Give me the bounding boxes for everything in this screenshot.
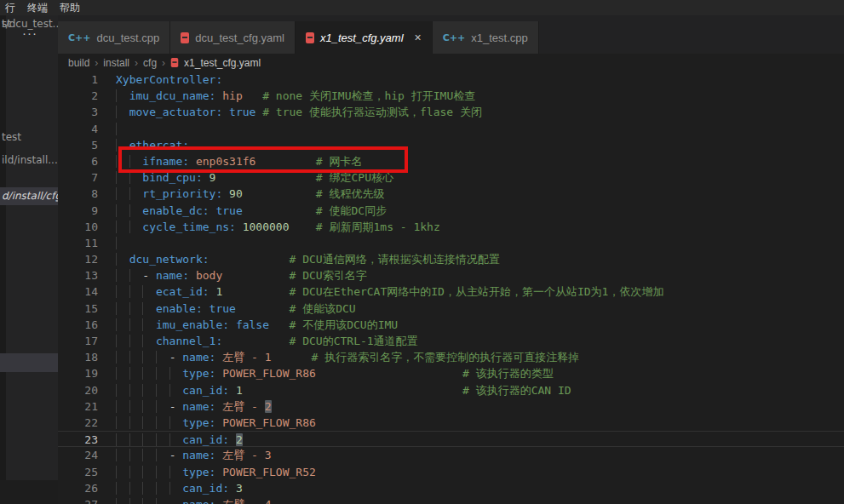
code-token: # 执行器索引名字，不需要控制的执行器可直接注释掉 <box>312 351 580 364</box>
editor-line[interactable]: 21 - name: 左臂 - 2 <box>58 398 844 415</box>
sidebar-item[interactable]: ild/install... <box>0 152 58 169</box>
code-editor[interactable]: 1XyberController:2 imu_dcu_name: hip # n… <box>58 72 844 504</box>
editor-line[interactable]: 8 rt_priority: 90 # 线程优先级 <box>58 186 844 202</box>
line-number[interactable]: 21 <box>58 398 98 415</box>
line-number[interactable]: 19 <box>58 365 98 381</box>
line-code[interactable]: - name: 左臂 - 3 <box>98 447 272 463</box>
editor-line[interactable]: 11 <box>58 235 844 251</box>
menu-item[interactable]: 终端 <box>24 1 56 15</box>
line-number[interactable]: 23 <box>58 432 98 446</box>
line-code[interactable]: move_actuator: true # true 使能执行器运动测试，fla… <box>98 104 482 120</box>
line-number[interactable]: 1 <box>58 72 98 88</box>
line-number[interactable]: 13 <box>58 267 98 284</box>
breadcrumb-segment[interactable]: build <box>68 57 89 69</box>
line-code[interactable]: ecat_id: 1 # DCU在EtherCAT网络中的ID，从主站开始，第一… <box>98 284 663 300</box>
line-number[interactable]: 20 <box>58 382 98 398</box>
editor-line[interactable]: 24 - name: 左臂 - 3 <box>58 447 844 463</box>
line-code[interactable]: enable: true # 使能该DCU <box>98 301 356 317</box>
close-icon[interactable]: × <box>415 31 422 44</box>
line-code[interactable] <box>98 235 129 251</box>
editor-line[interactable]: 26 can_id: 3 <box>58 480 844 496</box>
line-number[interactable]: 11 <box>58 235 98 251</box>
line-number[interactable]: 24 <box>58 447 98 463</box>
editor-line[interactable]: 18 - name: 左臂 - 1 # 执行器索引名字，不需要控制的执行器可直接… <box>58 349 844 365</box>
line-code[interactable]: cycle_time_ns: 1000000 # 刷新周期1ms - 1khz <box>98 219 440 235</box>
line-code[interactable]: imu_dcu_name: hip # none 关闭IMU检查，hip 打开I… <box>98 88 475 104</box>
line-code[interactable]: can_id: 1 # 该执行器的CAN ID <box>98 382 571 398</box>
editor-line[interactable]: 16 imu_enable: false # 不使用该DCU的IMU <box>58 317 844 333</box>
line-code[interactable]: ifname: enp0s31f6 # 网卡名 <box>98 153 363 169</box>
editor-line[interactable]: 7 bind_cpu: 9 # 绑定CPU核心 <box>58 169 844 186</box>
tab-x1_test.cpp[interactable]: C++x1_test.cpp <box>433 21 539 54</box>
sidebar-item[interactable]: d/install/cfg <box>0 187 58 205</box>
line-number[interactable]: 25 <box>58 464 98 480</box>
line-code[interactable]: - name: 左臂 - 1 # 执行器索引名字，不需要控制的执行器可直接注释掉 <box>98 349 579 365</box>
editor-line[interactable]: 20 can_id: 1 # 该执行器的CAN ID <box>58 382 844 398</box>
editor-line[interactable]: 27 - name: 左臂 - 4 <box>58 496 844 504</box>
breadcrumb-file[interactable]: x1_test_cfg.yaml <box>184 57 261 69</box>
line-number[interactable]: 3 <box>58 104 98 120</box>
line-code[interactable]: enable_dc: true # 使能DC同步 <box>98 203 387 219</box>
sidebar-highlighted-row[interactable] <box>0 353 58 372</box>
editor-line[interactable]: 1XyberController: <box>58 72 844 88</box>
line-code[interactable]: - name: body # DCU索引名字 <box>98 267 367 284</box>
line-code[interactable] <box>98 121 129 137</box>
editor-line[interactable]: 12 dcu_network: # DCU通信网络，请根据实机连接情况配置 <box>58 251 844 267</box>
line-code[interactable]: type: POWER_FLOW_R86 <box>98 415 316 431</box>
line-code[interactable]: bind_cpu: 9 # 绑定CPU核心 <box>98 169 393 186</box>
editor-line[interactable]: 19 type: POWER_FLOW_R86 # 该执行器的类型 <box>58 365 844 381</box>
line-number[interactable]: 14 <box>58 284 98 300</box>
editor-line[interactable]: 23 can_id: 2 <box>58 431 844 447</box>
breadcrumb-segment[interactable]: install <box>103 57 129 69</box>
line-number[interactable]: 4 <box>58 121 98 137</box>
line-code[interactable]: type: POWER_FLOW_R52 <box>98 464 316 480</box>
line-code[interactable]: - name: 左臂 - 4 <box>98 496 272 504</box>
editor-line[interactable]: 25 type: POWER_FLOW_R52 <box>58 464 844 480</box>
line-number[interactable]: 10 <box>58 219 98 235</box>
editor-line[interactable]: 5 ethercat: <box>58 137 844 153</box>
line-code[interactable]: imu_enable: false # 不使用该DCU的IMU <box>98 317 398 333</box>
line-number[interactable]: 8 <box>58 186 98 202</box>
line-code[interactable]: can_id: 3 <box>98 480 243 496</box>
line-number[interactable]: 5 <box>58 137 98 153</box>
editor-line[interactable]: 9 enable_dc: true # 使能DC同步 <box>58 203 844 219</box>
line-number[interactable]: 9 <box>58 203 98 219</box>
line-number[interactable]: 2 <box>58 88 98 104</box>
line-code[interactable]: dcu_network: # DCU通信网络，请根据实机连接情况配置 <box>98 251 500 267</box>
sidebar-item[interactable]: t/dcu_test... <box>0 15 58 33</box>
line-code[interactable]: channel_1: # DCU的CTRL-1通道配置 <box>98 333 418 349</box>
editor-line[interactable]: 6 ifname: enp0s31f6 # 网卡名 <box>58 153 844 169</box>
editor-line[interactable]: 3 move_actuator: true # true 使能执行器运动测试，f… <box>58 104 844 120</box>
line-number[interactable]: 17 <box>58 333 98 349</box>
line-code[interactable]: ethercat: <box>98 137 189 153</box>
line-number[interactable]: 12 <box>58 251 98 267</box>
line-number[interactable]: 16 <box>58 317 98 333</box>
menu-item[interactable]: 帮助 <box>56 1 89 15</box>
line-number[interactable]: 22 <box>58 415 98 431</box>
line-code[interactable]: type: POWER_FLOW_R86 # 该执行器的类型 <box>98 365 554 381</box>
line-code[interactable]: rt_priority: 90 # 线程优先级 <box>98 186 384 202</box>
line-number[interactable]: 27 <box>58 496 98 504</box>
tab-dcu_test.cpp[interactable]: C++dcu_test.cpp <box>58 21 170 54</box>
editor-line[interactable]: 14 ecat_id: 1 # DCU在EtherCAT网络中的ID，从主站开始… <box>58 284 844 300</box>
line-number[interactable]: 7 <box>58 169 98 186</box>
line-code[interactable]: can_id: 2 <box>98 432 243 446</box>
breadcrumb-segment[interactable]: cfg <box>143 57 157 69</box>
line-number[interactable]: 26 <box>58 480 98 496</box>
line-code[interactable]: - name: 左臂 - 2 <box>98 398 272 415</box>
editor-line[interactable]: 2 imu_dcu_name: hip # none 关闭IMU检查，hip 打… <box>58 88 844 104</box>
editor-line[interactable]: 22 type: POWER_FLOW_R86 <box>58 415 844 431</box>
sidebar-item[interactable]: test <box>0 129 58 146</box>
editor-line[interactable]: 4 <box>58 121 844 137</box>
editor-line[interactable]: 15 enable: true # 使能该DCU <box>58 301 844 317</box>
tab-x1_test_cfg.yaml[interactable]: x1_test_cfg.yaml× <box>296 21 433 54</box>
menu-item[interactable]: 行 <box>2 1 24 15</box>
line-code[interactable]: XyberController: <box>98 72 222 88</box>
line-number[interactable]: 6 <box>58 153 98 169</box>
editor-line[interactable]: 13 - name: body # DCU索引名字 <box>58 267 844 284</box>
line-number[interactable]: 15 <box>58 301 98 317</box>
tab-dcu_test_cfg.yaml[interactable]: dcu_test_cfg.yaml <box>170 21 296 54</box>
line-number[interactable]: 18 <box>58 349 98 365</box>
editor-line[interactable]: 10 cycle_time_ns: 1000000 # 刷新周期1ms - 1k… <box>58 219 844 235</box>
editor-line[interactable]: 17 channel_1: # DCU的CTRL-1通道配置 <box>58 333 844 349</box>
